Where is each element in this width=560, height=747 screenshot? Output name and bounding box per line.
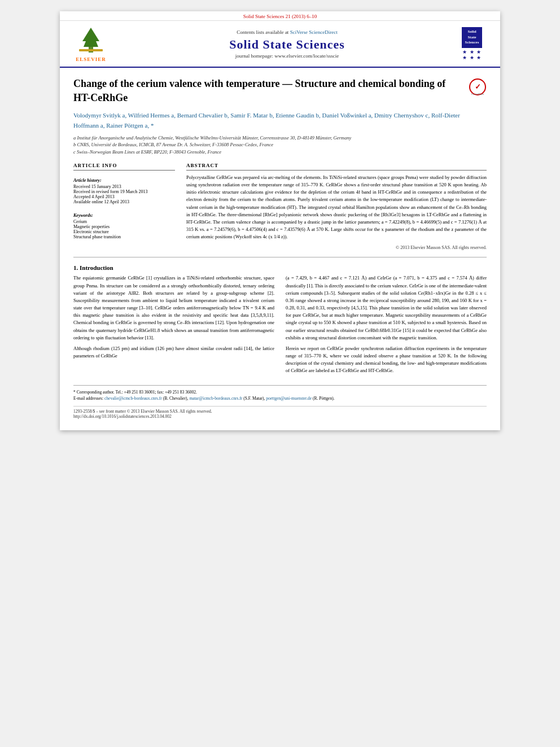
contents-available: Contents lists available at SciVerse Sci…: [119, 29, 455, 35]
affiliation-b: b CNRS, Université de Bordeaux, ICMCB, 8…: [73, 141, 487, 148]
email-3-name: (R. Pöttgen).: [313, 396, 335, 401]
article-body: ✓ CrossMark Change of the cerium valence…: [60, 68, 500, 430]
abstract-text: Polycrystalline CeRhGe was prepared via …: [186, 174, 487, 241]
affiliations: a Institut für Anorganische und Analytis…: [73, 134, 487, 156]
svg-text:✓: ✓: [475, 82, 481, 91]
svg-marker-1: [82, 28, 99, 47]
article-title: Change of the cerium valence with temper…: [73, 77, 487, 105]
footer-issn: 1293-2558/$ – see front matter © 2013 El…: [73, 409, 487, 414]
authors: Volodymyr Svitlyk a, Wilfried Hermes a, …: [73, 111, 487, 130]
section-number: 1.: [73, 264, 78, 271]
page: Solid State Sciences 21 (2013) 6–10 ELSE…: [60, 11, 500, 430]
keyword-1: Cerium: [73, 219, 175, 224]
email-1-name: (B. Chevalier),: [163, 396, 189, 401]
affiliation-a: a Institut für Anorganische und Analytis…: [73, 134, 487, 142]
banner-center: Contents lists available at SciVerse Sci…: [119, 29, 455, 59]
elsevier-logo: ELSEVIER: [71, 25, 111, 62]
accepted-date: Accepted 4 April 2013: [73, 194, 175, 199]
article-info-panel: ARTICLE INFO Article history: Received 1…: [73, 163, 175, 251]
copyright-line: © 2013 Elsevier Masson SAS. All rights r…: [186, 245, 487, 250]
elsevier-text: ELSEVIER: [76, 56, 106, 62]
received-revised-date: Received in revised form 19 March 2013: [73, 189, 175, 194]
journal-banner: ELSEVIER Contents lists available at Sci…: [60, 21, 500, 68]
email-1-link[interactable]: chevalie@icmcb-bordeaux.cnrs.fr: [104, 396, 162, 401]
article-info-heading: ARTICLE INFO: [73, 163, 175, 171]
keyword-4: Structural phase transition: [73, 234, 175, 239]
section-divider: [73, 257, 487, 257]
history-label: Article history:: [73, 178, 102, 183]
introduction-section: The equiatomic germanide CeRhGe [1] crys…: [73, 274, 487, 378]
journal-ref-text: Solid State Sciences 21 (2013) 6–10: [243, 14, 317, 19]
abstract-section: ABSTRACT Polycrystalline CeRhGe was prep…: [186, 163, 487, 251]
keyword-3: Electronic structure: [73, 229, 175, 234]
affiliation-c: c Swiss–Norwegian Beam Lines at ESRF, BP…: [73, 148, 487, 156]
journal-ref: Solid State Sciences 21 (2013) 6–10: [60, 11, 500, 21]
email-line: E-mail addresses: chevalie@icmcb-bordeau…: [73, 395, 487, 401]
intro-heading: 1. Introduction: [73, 264, 487, 271]
available-online-date: Available online 12 April 2013: [73, 199, 175, 204]
keywords-label: Keywords:: [73, 213, 93, 218]
crossmark-icon: ✓ CrossMark: [469, 78, 487, 96]
footnote-area: * Corresponding author. Tel.: +49 251 83…: [73, 385, 487, 402]
sciverse-link[interactable]: SciVerse ScienceDirect: [290, 29, 338, 35]
solid-state-logo: Solid State Sciences: [462, 27, 483, 48]
email-2-name: (S.F. Matar),: [243, 396, 265, 401]
journal-name: Solid State Sciences: [119, 37, 455, 52]
intro-p2: Although rhodium (125 pm) and iridium (1…: [73, 345, 274, 360]
email-label: E-mail addresses:: [73, 396, 103, 401]
email-2-link[interactable]: matar@icmcb-bordeaux.cnrs.fr: [189, 396, 242, 401]
intro-left-col: The equiatomic germanide CeRhGe [1] crys…: [73, 274, 274, 378]
section-title: Introduction: [80, 264, 113, 271]
intro-p4: Herein we report on CeRhGe powder synchr…: [286, 345, 487, 375]
footer-doi[interactable]: http://dx.doi.org/10.1016/j.solidstatesc…: [73, 414, 487, 419]
article-info-abstract: ARTICLE INFO Article history: Received 1…: [73, 163, 487, 251]
homepage-line: journal homepage: www.elsevier.com/locat…: [119, 53, 455, 59]
svg-text:CrossMark: CrossMark: [471, 93, 484, 95]
keywords-section: Keywords: Cerium Magnetic properties Ele…: [73, 209, 175, 239]
email-3-link[interactable]: poettgen@uni-muenster.de: [266, 396, 312, 401]
intro-p1: The equiatomic germanide CeRhGe [1] crys…: [73, 274, 274, 342]
title-area: ✓ CrossMark Change of the cerium valence…: [73, 77, 487, 105]
article-history: Article history: Received 15 January 201…: [73, 174, 175, 204]
logo-stars: ★ ★ ★★ ★ ★: [462, 49, 482, 60]
elsevier-tree-svg: [73, 25, 108, 56]
received-date: Received 15 January 2013: [73, 184, 175, 189]
intro-p3: (a = 7.429, b = 4.467 and c = 7.121 Å) a…: [286, 274, 487, 342]
keyword-2: Magnetic properties: [73, 224, 175, 229]
footer-line: 1293-2558/$ – see front matter © 2013 El…: [73, 406, 487, 419]
intro-right-col: (a = 7.429, b = 4.467 and c = 7.121 Å) a…: [286, 274, 487, 378]
svg-rect-2: [79, 49, 103, 51]
abstract-heading: ABSTRACT: [186, 163, 487, 171]
corresponding-note: * Corresponding author. Tel.: +49 251 83…: [73, 389, 487, 395]
right-logo: Solid State Sciences ★ ★ ★★ ★ ★: [455, 27, 489, 60]
